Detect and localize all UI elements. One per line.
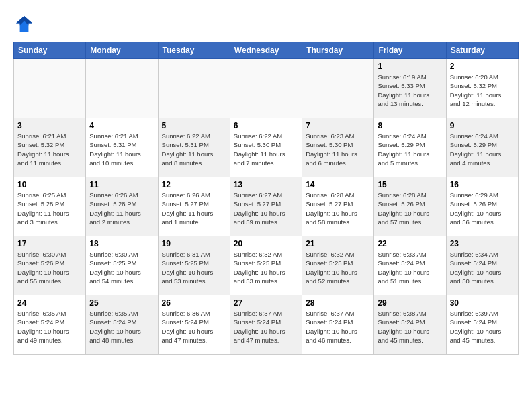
week-row-5: 24Sunrise: 6:35 AM Sunset: 5:24 PM Dayli… bbox=[14, 295, 519, 355]
day-info: Sunrise: 6:25 AM Sunset: 5:28 PM Dayligh… bbox=[17, 191, 82, 226]
weekday-sunday: Sunday bbox=[14, 42, 86, 59]
day-number: 17 bbox=[17, 239, 82, 248]
day-number: 9 bbox=[450, 121, 515, 130]
day-number: 29 bbox=[378, 298, 442, 308]
day-info: Sunrise: 6:28 AM Sunset: 5:27 PM Dayligh… bbox=[306, 191, 370, 226]
calendar-cell: 15Sunrise: 6:28 AM Sunset: 5:26 PM Dayli… bbox=[374, 177, 446, 236]
calendar-cell: 19Sunrise: 6:31 AM Sunset: 5:25 PM Dayli… bbox=[158, 236, 230, 295]
page: SundayMondayTuesdayWednesdayThursdayFrid… bbox=[0, 0, 532, 361]
day-info: Sunrise: 6:28 AM Sunset: 5:26 PM Dayligh… bbox=[378, 191, 442, 226]
day-info: Sunrise: 6:38 AM Sunset: 5:24 PM Dayligh… bbox=[378, 309, 442, 345]
day-info: Sunrise: 6:39 AM Sunset: 5:24 PM Dayligh… bbox=[450, 309, 515, 345]
calendar: SundayMondayTuesdayWednesdayThursdayFrid… bbox=[13, 42, 519, 355]
calendar-cell: 30Sunrise: 6:39 AM Sunset: 5:24 PM Dayli… bbox=[446, 295, 518, 355]
weekday-monday: Monday bbox=[86, 42, 158, 59]
day-number: 27 bbox=[234, 298, 298, 308]
week-row-2: 3Sunrise: 6:21 AM Sunset: 5:32 PM Daylig… bbox=[14, 118, 519, 177]
weekday-wednesday: Wednesday bbox=[230, 42, 302, 59]
calendar-cell: 14Sunrise: 6:28 AM Sunset: 5:27 PM Dayli… bbox=[302, 177, 374, 236]
day-number: 4 bbox=[89, 121, 154, 130]
logo bbox=[13, 13, 38, 35]
day-info: Sunrise: 6:20 AM Sunset: 5:32 PM Dayligh… bbox=[450, 73, 515, 108]
calendar-cell: 24Sunrise: 6:35 AM Sunset: 5:24 PM Dayli… bbox=[14, 295, 86, 355]
day-number: 23 bbox=[450, 239, 515, 248]
day-info: Sunrise: 6:26 AM Sunset: 5:28 PM Dayligh… bbox=[89, 191, 154, 226]
calendar-cell: 2Sunrise: 6:20 AM Sunset: 5:32 PM Daylig… bbox=[446, 59, 518, 118]
calendar-cell: 22Sunrise: 6:33 AM Sunset: 5:24 PM Dayli… bbox=[374, 236, 446, 295]
day-info: Sunrise: 6:24 AM Sunset: 5:29 PM Dayligh… bbox=[450, 132, 515, 167]
day-number: 25 bbox=[89, 298, 154, 308]
week-row-1: 1Sunrise: 6:19 AM Sunset: 5:33 PM Daylig… bbox=[14, 59, 519, 118]
day-info: Sunrise: 6:22 AM Sunset: 5:31 PM Dayligh… bbox=[162, 132, 226, 167]
calendar-cell: 28Sunrise: 6:37 AM Sunset: 5:24 PM Dayli… bbox=[302, 295, 374, 355]
weekday-saturday: Saturday bbox=[446, 42, 518, 59]
calendar-cell: 20Sunrise: 6:32 AM Sunset: 5:25 PM Dayli… bbox=[230, 236, 302, 295]
day-info: Sunrise: 6:29 AM Sunset: 5:26 PM Dayligh… bbox=[450, 191, 515, 226]
day-number: 3 bbox=[17, 121, 82, 130]
day-number: 18 bbox=[89, 239, 154, 248]
day-info: Sunrise: 6:36 AM Sunset: 5:24 PM Dayligh… bbox=[162, 309, 226, 345]
day-info: Sunrise: 6:24 AM Sunset: 5:29 PM Dayligh… bbox=[378, 132, 442, 167]
day-info: Sunrise: 6:26 AM Sunset: 5:27 PM Dayligh… bbox=[162, 191, 226, 226]
day-number: 10 bbox=[17, 180, 82, 189]
calendar-cell: 5Sunrise: 6:22 AM Sunset: 5:31 PM Daylig… bbox=[158, 118, 230, 177]
day-info: Sunrise: 6:33 AM Sunset: 5:24 PM Dayligh… bbox=[378, 250, 442, 285]
day-number: 6 bbox=[234, 121, 298, 130]
weekday-tuesday: Tuesday bbox=[158, 42, 230, 59]
day-info: Sunrise: 6:23 AM Sunset: 5:30 PM Dayligh… bbox=[306, 132, 370, 167]
day-number: 13 bbox=[234, 180, 298, 189]
day-info: Sunrise: 6:21 AM Sunset: 5:32 PM Dayligh… bbox=[17, 132, 82, 167]
calendar-cell: 3Sunrise: 6:21 AM Sunset: 5:32 PM Daylig… bbox=[14, 118, 86, 177]
calendar-cell: 6Sunrise: 6:22 AM Sunset: 5:30 PM Daylig… bbox=[230, 118, 302, 177]
day-info: Sunrise: 6:37 AM Sunset: 5:24 PM Dayligh… bbox=[234, 309, 298, 345]
calendar-cell: 8Sunrise: 6:24 AM Sunset: 5:29 PM Daylig… bbox=[374, 118, 446, 177]
day-info: Sunrise: 6:21 AM Sunset: 5:31 PM Dayligh… bbox=[89, 132, 154, 167]
day-number: 21 bbox=[306, 239, 370, 248]
day-number: 30 bbox=[450, 298, 515, 308]
day-number: 5 bbox=[162, 121, 226, 130]
day-number: 28 bbox=[306, 298, 370, 308]
calendar-cell: 29Sunrise: 6:38 AM Sunset: 5:24 PM Dayli… bbox=[374, 295, 446, 355]
calendar-cell: 7Sunrise: 6:23 AM Sunset: 5:30 PM Daylig… bbox=[302, 118, 374, 177]
weekday-friday: Friday bbox=[374, 42, 446, 59]
day-info: Sunrise: 6:35 AM Sunset: 5:24 PM Dayligh… bbox=[17, 309, 82, 345]
calendar-cell bbox=[86, 59, 158, 118]
weekday-header-row: SundayMondayTuesdayWednesdayThursdayFrid… bbox=[14, 42, 519, 59]
day-number: 15 bbox=[378, 180, 442, 189]
day-info: Sunrise: 6:34 AM Sunset: 5:24 PM Dayligh… bbox=[450, 250, 515, 285]
calendar-cell bbox=[302, 59, 374, 118]
day-number: 20 bbox=[234, 239, 298, 248]
calendar-cell: 1Sunrise: 6:19 AM Sunset: 5:33 PM Daylig… bbox=[374, 59, 446, 118]
day-number: 7 bbox=[306, 121, 370, 130]
calendar-cell bbox=[158, 59, 230, 118]
logo-icon bbox=[13, 13, 35, 35]
calendar-cell: 27Sunrise: 6:37 AM Sunset: 5:24 PM Dayli… bbox=[230, 295, 302, 355]
calendar-cell: 11Sunrise: 6:26 AM Sunset: 5:28 PM Dayli… bbox=[86, 177, 158, 236]
calendar-cell: 4Sunrise: 6:21 AM Sunset: 5:31 PM Daylig… bbox=[86, 118, 158, 177]
day-number: 12 bbox=[162, 180, 226, 189]
day-number: 22 bbox=[378, 239, 442, 248]
calendar-cell: 17Sunrise: 6:30 AM Sunset: 5:26 PM Dayli… bbox=[14, 236, 86, 295]
day-number: 8 bbox=[378, 121, 442, 130]
calendar-cell: 21Sunrise: 6:32 AM Sunset: 5:25 PM Dayli… bbox=[302, 236, 374, 295]
calendar-cell: 12Sunrise: 6:26 AM Sunset: 5:27 PM Dayli… bbox=[158, 177, 230, 236]
day-number: 2 bbox=[450, 62, 515, 71]
day-number: 11 bbox=[89, 180, 154, 189]
day-info: Sunrise: 6:19 AM Sunset: 5:33 PM Dayligh… bbox=[378, 73, 442, 108]
week-row-3: 10Sunrise: 6:25 AM Sunset: 5:28 PM Dayli… bbox=[14, 177, 519, 236]
day-info: Sunrise: 6:30 AM Sunset: 5:26 PM Dayligh… bbox=[17, 250, 82, 285]
day-info: Sunrise: 6:32 AM Sunset: 5:25 PM Dayligh… bbox=[306, 250, 370, 285]
header bbox=[13, 13, 519, 35]
weekday-thursday: Thursday bbox=[302, 42, 374, 59]
calendar-cell: 10Sunrise: 6:25 AM Sunset: 5:28 PM Dayli… bbox=[14, 177, 86, 236]
calendar-cell bbox=[14, 59, 86, 118]
calendar-cell: 18Sunrise: 6:30 AM Sunset: 5:25 PM Dayli… bbox=[86, 236, 158, 295]
calendar-cell: 23Sunrise: 6:34 AM Sunset: 5:24 PM Dayli… bbox=[446, 236, 518, 295]
day-number: 14 bbox=[306, 180, 370, 189]
week-row-4: 17Sunrise: 6:30 AM Sunset: 5:26 PM Dayli… bbox=[14, 236, 519, 295]
day-number: 16 bbox=[450, 180, 515, 189]
day-info: Sunrise: 6:30 AM Sunset: 5:25 PM Dayligh… bbox=[89, 250, 154, 285]
day-number: 24 bbox=[17, 298, 82, 308]
day-info: Sunrise: 6:31 AM Sunset: 5:25 PM Dayligh… bbox=[162, 250, 226, 285]
day-number: 19 bbox=[162, 239, 226, 248]
